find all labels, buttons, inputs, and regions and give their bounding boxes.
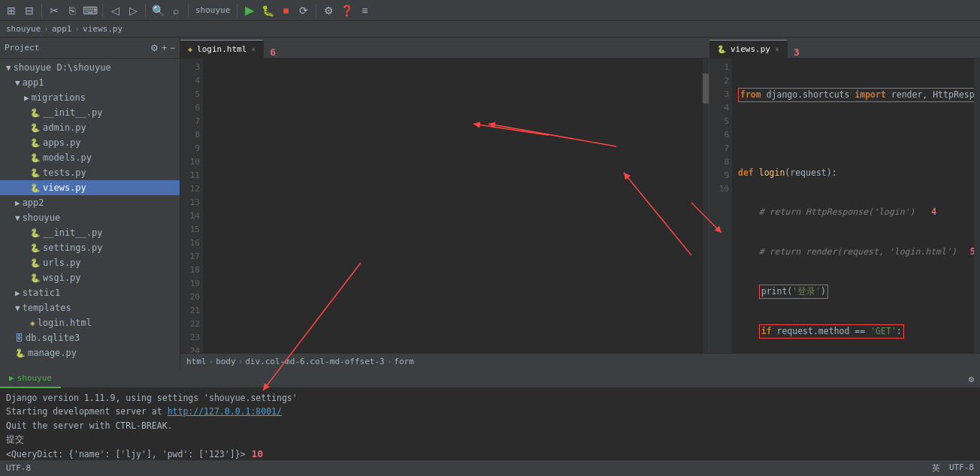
sidebar-settings-btn[interactable]: ⚙ [150,43,159,53]
breadcrumb-html[interactable]: html [186,357,207,366]
settings-button[interactable]: ⚙ [320,2,337,19]
py-icon-manage: 🐍 [15,348,26,358]
status-lang[interactable]: 英 [932,462,940,474]
editor-breadcrumb: html › body › div.col-md-6.col-md-offset… [180,353,980,369]
sidebar-item-init2[interactable]: 🐍 __init__.py [0,225,180,240]
sidebar-label-manage: manage.py [28,348,77,358]
sidebar-title: Project [5,43,147,53]
sidebar-label-login-html: login.html [38,318,92,328]
sidebar-item-static1[interactable]: ▶ static1 [0,285,180,300]
breadcrumb-views[interactable]: views.py [83,24,122,34]
py-icon-init1: 🐍 [30,108,41,118]
toolbar-search[interactable]: 🔍 [150,2,166,19]
editor-area: ◈ login.html × 6 345678 91011121314 1516… [180,38,980,369]
toolbar-fwd[interactable]: ▷ [125,2,141,19]
sidebar-item-tests[interactable]: 🐍 tests.py [0,165,180,180]
tab-login-html[interactable]: ◈ login.html × [180,40,264,58]
tab-views-py[interactable]: 🐍 views.py × [709,40,788,58]
sidebar-item-views[interactable]: 🐍 views.py [0,180,180,195]
sidebar-item-templates[interactable]: ▼ templates [0,300,180,315]
sidebar-item-shouyue[interactable]: ▼ shouyue D:\shouyue [0,60,180,75]
left-scrollbar[interactable] [703,59,709,353]
bottom-gear-btn[interactable]: ⚙ [969,374,980,384]
left-editor-pane[interactable]: 345678 91011121314 151617181920 21222324… [180,59,709,353]
folder-icon-app1: ▼ [15,78,20,88]
breadcrumb: shouyue › app1 › views.py [0,21,980,38]
right-top-tab-bar: 🐍 views.py × 3 [709,38,980,59]
btab-run[interactable]: ▶ shouyue [0,370,61,388]
left-scroll-thumb[interactable] [703,74,709,104]
sidebar-item-migrations[interactable]: ▶ migrations [0,90,180,105]
run-button[interactable]: ▶ [241,2,258,19]
close-tab-views[interactable]: × [775,45,779,53]
sidebar-item-init1[interactable]: 🐍 __init__.py [0,105,180,120]
toolbar-sep-6 [316,4,316,17]
sidebar-item-models[interactable]: 🐍 models.py [0,150,180,165]
sidebar-item-admin[interactable]: 🐍 admin.py [0,120,180,135]
rerun-button[interactable]: ⟳ [295,2,312,19]
sidebar-item-login-html[interactable]: ◈ login.html [0,315,180,330]
toolbar-cut[interactable]: ✂ [46,2,62,19]
server-url-link[interactable]: http://127.0.0.1:8001/ [168,406,282,417]
py-file-icon-views: 🐍 [717,45,726,53]
toolbar-back[interactable]: ◁ [107,2,123,19]
breadcrumb-body[interactable]: body [216,357,236,366]
folder-icon-migrations: ▶ [24,93,29,103]
sidebar-label-admin: admin.py [43,122,86,133]
sidebar-collapse-btn[interactable]: − [170,43,175,53]
left-editor: ◈ login.html × 6 345678 91011121314 1516… [180,38,709,353]
db-icon: 🗄 [15,333,23,343]
btab-run-label: shouyue [17,373,52,383]
sidebar-item-manage[interactable]: 🐍 manage.py [0,345,180,360]
py-icon-admin: 🐍 [30,123,41,133]
breadcrumb-shouyue[interactable]: shouyue [6,24,41,34]
run-config-label: shouyue [192,5,233,15]
toolbar-paste[interactable]: ⌨ [82,2,98,19]
sidebar-label-migrations: migrations [32,92,86,103]
run-icon: ▶ [9,373,14,383]
toolbar-copy[interactable]: ⎘ [64,2,80,19]
sidebar-item-label: shouyue D:\shouyue [14,62,111,73]
right-top-editor: 🐍 views.py × 3 12345 678910 fr [709,38,980,353]
breadcrumb-app1[interactable]: app1 [52,24,72,34]
sidebar-item-db[interactable]: 🗄 db.sqlite3 [0,330,180,345]
toolbar-replace[interactable]: ⌕ [168,2,184,19]
sidebar-item-settings[interactable]: 🐍 settings.py [0,240,180,255]
querydict-output: <QueryDict: {'name': ['ljy'], 'pwd': ['1… [6,447,246,459]
sidebar-label-models: models.py [43,152,92,163]
stop-button[interactable]: ■ [277,2,294,19]
sidebar-item-app1[interactable]: ▼ app1 [0,75,180,90]
toolbar-btn-2[interactable]: ⊟ [21,2,38,19]
folder-icon-templates: ▼ [15,303,20,313]
sidebar-item-wsgi[interactable]: 🐍 wsgi.py [0,270,180,285]
annotation-3: 3 [794,47,800,58]
sdk-button[interactable]: ≡ [356,2,373,19]
sidebar-item-shouyue-pkg[interactable]: ▼ shouyue [0,210,180,225]
left-code-content[interactable]: <body> <div class="col-md-6 col-md-offse… [203,59,703,353]
sidebar-label-urls: urls.py [43,258,81,268]
sidebar-item-app2[interactable]: ▶ app2 [0,195,180,210]
breadcrumb-div[interactable]: div.col-md-6.col-md-offset-3 [245,357,384,366]
status-encoding: UTF-8 [949,462,974,474]
right-top-scrollbar[interactable] [974,59,980,353]
sidebar-item-apps[interactable]: 🐍 apps.py [0,135,180,150]
toolbar-sep-5 [237,4,237,17]
sidebar-item-urls[interactable]: 🐍 urls.py [0,255,180,270]
help-button[interactable]: ❓ [338,2,355,19]
right-top-code[interactable]: from django.shortcuts import render, Htt… [732,59,974,353]
breadcrumb-form[interactable]: form [394,357,414,366]
bottom-tabs: ▶ shouyue ⚙ [0,370,980,388]
right-top-pane[interactable]: 12345 678910 from django.shortcuts impor… [709,59,980,353]
bottom-panel: ▶ shouyue ⚙ Django version 1.11.9, using… [0,369,980,459]
toolbar-sep-1 [41,4,42,17]
sidebar-label-db: db.sqlite3 [26,333,80,343]
sidebar-label-templates: templates [23,303,71,313]
toolbar-btn-1[interactable]: ⊞ [3,2,20,19]
sidebar-tree: ▼ shouyue D:\shouyue ▼ app1 ▶ migrations… [0,59,180,369]
debug-button[interactable]: 🐛 [259,2,276,19]
editors: ◈ login.html × 6 345678 91011121314 1516… [180,38,980,353]
close-tab-login[interactable]: × [251,45,256,53]
bottom-line-1: Django version 1.11.9, using settings 's… [6,391,974,405]
bottom-line-5: <QueryDict: {'name': ['ljy'], 'pwd': ['1… [6,447,974,459]
sidebar-add-btn[interactable]: + [162,43,167,53]
